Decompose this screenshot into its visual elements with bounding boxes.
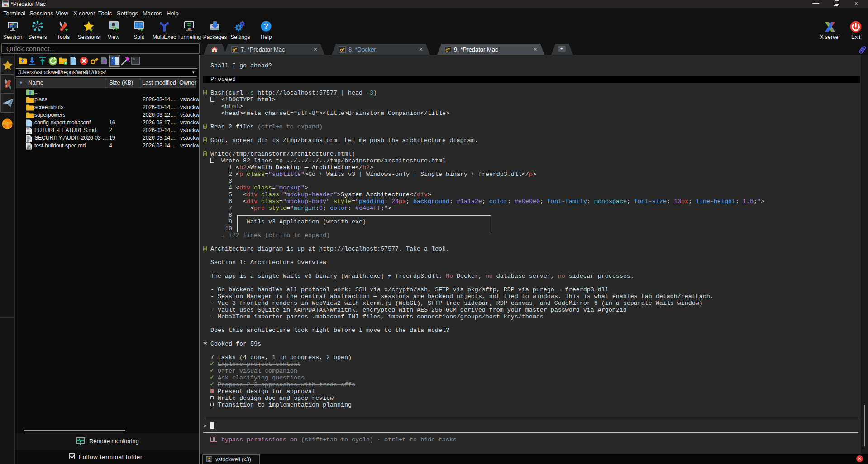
- svg-text:?: ?: [264, 23, 268, 30]
- svg-text:A: A: [103, 58, 106, 64]
- svg-text:>: >: [133, 57, 135, 61]
